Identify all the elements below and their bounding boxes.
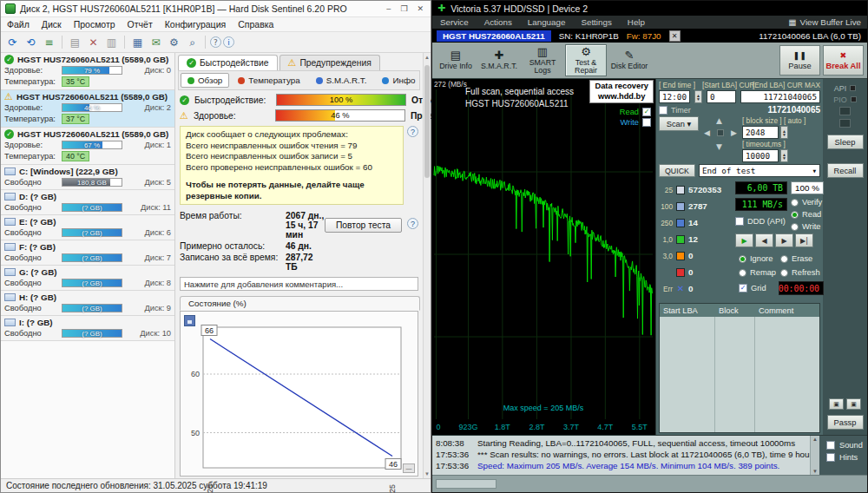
tab-Предупреждения[interactable]: ⚠Предупреждения xyxy=(279,55,380,70)
rescan-icon[interactable]: ⟲ xyxy=(23,35,39,50)
quick-button[interactable]: QUICK xyxy=(659,164,695,177)
scroll-up-icon[interactable]: ▲ xyxy=(424,53,431,62)
menu-item-Settings[interactable]: Settings xyxy=(573,17,619,27)
partition-list-item[interactable]: H: (? GB)Свободно(? GB)Диск: 9 xyxy=(1,291,174,316)
option-sound[interactable]: Sound xyxy=(826,441,867,450)
radio-dot[interactable] xyxy=(791,223,799,231)
comment-field[interactable] xyxy=(180,277,418,291)
monitor-icon[interactable]: ▦ xyxy=(129,35,146,50)
mini-button[interactable]: ▣ xyxy=(846,398,861,410)
radio-remap[interactable]: Remap xyxy=(739,268,776,277)
disk-list-item[interactable]: ✓HGST HUS726060AL5211 (5589,0 GB)Здоровь… xyxy=(1,53,174,90)
menu-item-Просмотр[interactable]: Просмотр xyxy=(68,18,122,30)
radio-read[interactable]: Read xyxy=(791,210,821,219)
recall-button[interactable]: Recall xyxy=(827,163,864,178)
bottom-scrollbar[interactable] xyxy=(432,475,867,492)
ddd-api-toggle[interactable]: DDD (API) xyxy=(735,217,786,226)
option-hints[interactable]: Hints xyxy=(826,453,867,462)
window-icon[interactable]: ▤ xyxy=(67,35,83,50)
radio-write[interactable]: Write xyxy=(791,222,821,231)
radio-dot[interactable] xyxy=(791,211,799,219)
timer-checkbox[interactable] xyxy=(659,106,667,115)
partition-list-item[interactable]: G: (? GB)Свободно(? GB)Диск: 8 xyxy=(1,266,174,291)
log-scrollbar[interactable]: ▲▼ xyxy=(810,436,819,475)
menu-item-Language[interactable]: Language xyxy=(520,17,574,27)
help-icon[interactable]: ? xyxy=(210,36,221,48)
radio-erase[interactable]: Erase xyxy=(780,254,812,263)
disk-list-item[interactable]: ✓HGST HUS726060AL5211 (5589,0 GB)Здоровь… xyxy=(1,128,174,165)
toolbar-s-m-a-r-t--button[interactable]: ✚S.M.A.R.T. xyxy=(478,44,520,76)
radio-ignore[interactable]: Ignore xyxy=(739,254,773,263)
menu-item-Конфигурация[interactable]: Конфигурация xyxy=(159,18,232,30)
menu-item-Диск[interactable]: Диск xyxy=(36,18,68,30)
ddd-checkbox[interactable] xyxy=(735,217,744,226)
columns-icon[interactable]: ▥ xyxy=(103,35,120,50)
toolbar-drive-info-button[interactable]: ▤Drive Info xyxy=(435,44,477,76)
sleep-button[interactable]: Sleep xyxy=(827,135,864,149)
scan-button[interactable]: Scan ▾ xyxy=(659,116,699,131)
end-time-spinner[interactable]: ▲▼ xyxy=(694,90,702,103)
partition-list-item[interactable]: F: (? GB)Свободно(? GB)Диск: 7 xyxy=(1,240,174,266)
write-toggle[interactable]: Write xyxy=(620,118,651,127)
end-time-field[interactable]: 12:00 xyxy=(659,90,690,103)
victoria-titlebar[interactable]: ✚ Victoria 5.37 HDD/SSD | Device 2 xyxy=(432,1,867,16)
device-model[interactable]: HGST HUS726060AL5211 xyxy=(437,30,551,42)
mini-button[interactable]: ▣ xyxy=(829,398,844,410)
menu-item-Справка[interactable]: Справка xyxy=(232,18,279,30)
retest-button[interactable]: Повтор теста xyxy=(325,218,402,233)
view-buffer-live[interactable]: ▦View Buffer Live xyxy=(788,17,867,27)
grid-toggle[interactable]: ✓Grid xyxy=(739,284,766,293)
pause-button[interactable]: ❚❚ Pause xyxy=(779,45,820,76)
mail-icon[interactable]: ✉ xyxy=(148,35,164,50)
subtab-Инфо[interactable]: Инфо xyxy=(375,73,422,88)
scrollbar-thumb[interactable] xyxy=(436,479,496,489)
radio-verify[interactable]: Verify xyxy=(791,198,822,207)
maximize-button[interactable]: ❒ xyxy=(400,4,407,13)
passp-button[interactable]: Passp xyxy=(827,415,864,430)
to-end-button[interactable]: ▶| xyxy=(795,233,813,247)
info-icon[interactable]: i xyxy=(223,36,234,48)
menu-item-Отчёт[interactable]: Отчёт xyxy=(122,18,159,30)
menu-item-Actions[interactable]: Actions xyxy=(477,17,520,27)
toolbar-test-repair-button[interactable]: ⚙Test & Repair xyxy=(565,44,607,76)
timeout-field[interactable]: 10000 xyxy=(742,149,779,162)
menu-item-Service[interactable]: Service xyxy=(432,17,477,27)
help-icon[interactable]: ? xyxy=(407,126,418,137)
subtab-Температура[interactable]: Температура xyxy=(231,73,306,88)
refresh-icon[interactable]: ⟳ xyxy=(4,35,21,50)
start-lba-field[interactable]: 0 xyxy=(707,90,736,103)
toolbar-smart-logs-button[interactable]: ▥SMART Logs xyxy=(522,44,563,76)
partition-list-item[interactable]: C: [Windows] (222,9 GB)Свободно180,8 GBД… xyxy=(1,165,174,190)
menu-item-Help[interactable]: Help xyxy=(620,17,653,27)
break-all-button[interactable]: ✖ Break All xyxy=(823,45,864,76)
close-device-button[interactable]: ✕ xyxy=(669,30,681,42)
start-scan-button[interactable]: ▶ xyxy=(735,233,753,247)
scroll-down-icon[interactable]: ▼ xyxy=(424,470,431,478)
menu-item-Файл[interactable]: Файл xyxy=(1,18,36,30)
chart-scroll-button[interactable]: — xyxy=(403,463,415,473)
subtab-S.M.A.R.T.[interactable]: S.M.A.R.T. xyxy=(309,73,374,88)
scrollbar-thumb[interactable] xyxy=(424,65,430,178)
hints-checkbox[interactable] xyxy=(826,453,835,462)
block-size-spinner[interactable]: ▲▼ xyxy=(780,126,788,139)
grid-checkbox[interactable]: ✓ xyxy=(739,284,747,293)
sound-checkbox[interactable] xyxy=(826,441,835,450)
zoom-icon[interactable]: ⌕ xyxy=(184,35,201,50)
disk-list-item[interactable]: ⚠HGST HUS726060AL5211 (5589,0 GB)Здоровь… xyxy=(1,90,174,128)
write-checkbox[interactable] xyxy=(642,118,651,127)
close-button[interactable]: ✕ xyxy=(417,4,424,13)
partition-list-item[interactable]: I: (? GB)Свободно(? GB)Диск: 10 xyxy=(1,316,174,341)
gear-icon[interactable]: ⚙ xyxy=(166,35,182,50)
end-lba-field[interactable]: 11721040065 xyxy=(740,90,820,103)
end-of-test-select[interactable]: End of test▾ xyxy=(699,164,820,177)
partition-list-item[interactable]: D: (? GB)Свободно(? GB)Диск: 11 xyxy=(1,190,174,215)
subtab-Обзор[interactable]: Обзор xyxy=(181,73,229,88)
tab-Быстродействие[interactable]: ✓Быстродействие xyxy=(178,55,278,70)
radio-dot[interactable] xyxy=(780,269,788,277)
radio-dot[interactable] xyxy=(739,269,746,277)
close-view-icon[interactable]: ✕ xyxy=(85,35,102,50)
radio-dot[interactable] xyxy=(791,199,799,207)
timeout-spinner[interactable]: ▲▼ xyxy=(780,149,788,162)
read-checkbox[interactable]: ✓ xyxy=(642,108,651,116)
step-forward-button[interactable]: ▶ xyxy=(775,233,793,247)
